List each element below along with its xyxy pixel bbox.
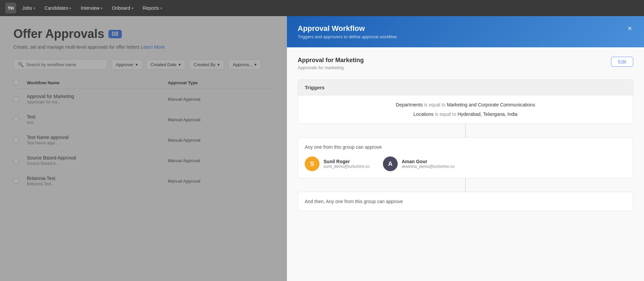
nav-jobs[interactable]: Jobs ▾ (19, 3, 39, 13)
modal-title: Approval Workflow (298, 24, 397, 33)
avatar-aman: A (383, 156, 398, 171)
chevron-down-icon: ▾ (34, 6, 35, 10)
approver-group-1-title: Any one from this group can approve (305, 144, 626, 150)
main-content: Offer Approvals 08 Create, set and manag… (0, 16, 644, 281)
modal-header-text: Approval Workflow Triggers and approvers… (298, 24, 397, 39)
workflow-name-title: Approval for Marketing (298, 57, 364, 64)
nav-candidates[interactable]: Candidates ▾ (41, 3, 75, 13)
avatar-sunil: S (305, 156, 319, 171)
modal-body: Approval for Marketing Approvals for mar… (287, 47, 644, 281)
approver-item-sunil: S Sunil Roger sunil_demo@turbohire.co (305, 156, 369, 171)
triggers-body: Departments is equal to Marketing and Co… (298, 95, 633, 124)
triggers-card: Triggers Departments is equal to Marketi… (298, 80, 633, 124)
connector-line-2 (298, 178, 633, 192)
approver-email-sunil: sunil_demo@turbohire.co (324, 164, 369, 169)
approver-name-sunil: Sunil Roger (324, 159, 369, 164)
chevron-down-icon: ▾ (101, 6, 102, 10)
edit-button[interactable]: Edit (611, 57, 633, 67)
approval-workflow-modal: Approval Workflow Triggers and approvers… (287, 16, 644, 281)
triggers-header: Triggers (298, 80, 633, 95)
chevron-down-icon: ▾ (132, 6, 133, 10)
modal-subtitle: Triggers and approvers to define approva… (298, 34, 397, 39)
modal-close-button[interactable]: × (626, 24, 633, 33)
approver-group-2-title: And then, Any one from this group can ap… (305, 199, 626, 204)
approver-group-2-card: And then, Any one from this group can ap… (298, 192, 633, 211)
chevron-down-icon: ▾ (69, 6, 71, 10)
workflow-name-sub: Approvals for marketing (298, 65, 364, 70)
trigger-row-departments: Departments is equal to Marketing and Co… (305, 102, 626, 107)
top-nav: TH Jobs ▾ Candidates ▾ Interview ▾ Onboa… (0, 0, 644, 16)
approver-name-aman: Aman Gour (402, 159, 455, 164)
logo: TH (5, 3, 16, 13)
approvers-list: S Sunil Roger sunil_demo@turbohire.co A … (305, 156, 626, 171)
approver-email-aman: deeksha_demo@turbohire.co (402, 164, 455, 169)
modal-overlay (0, 16, 287, 281)
workflow-info-row: Approval for Marketing Approvals for mar… (298, 57, 633, 70)
approver-item-aman: A Aman Gour deeksha_demo@turbohire.co (383, 156, 455, 171)
approver-group-1-card: Any one from this group can approve S Su… (298, 137, 633, 178)
modal-header: Approval Workflow Triggers and approvers… (287, 16, 644, 47)
nav-onboard[interactable]: Onboard ▾ (108, 3, 136, 13)
chevron-down-icon: ▾ (160, 6, 162, 10)
workflow-info: Approval for Marketing Approvals for mar… (298, 57, 364, 70)
nav-reports[interactable]: Reports ▾ (139, 3, 165, 13)
nav-interview[interactable]: Interview ▾ (77, 3, 106, 13)
connector-line-1 (298, 124, 633, 137)
trigger-row-locations: Locations is equal to Hyderabad, Telanga… (305, 111, 626, 117)
